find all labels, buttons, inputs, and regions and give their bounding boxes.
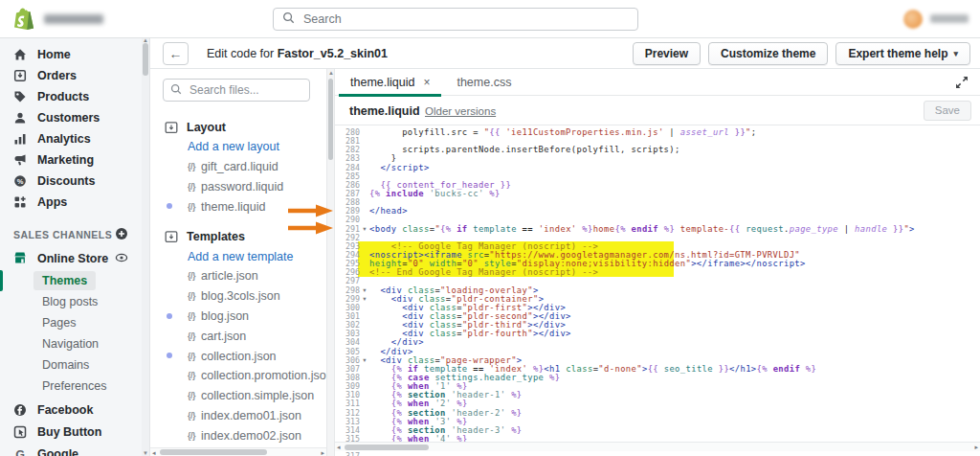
code-line[interactable]: 295height="0" width="0" style="display:n… <box>335 259 980 267</box>
file-item[interactable]: {/}index.demo01.json <box>150 406 326 426</box>
code-line[interactable]: 288 <box>335 197 980 206</box>
code-line[interactable]: 303 <div class="pldr-fourth"></div> <box>335 329 980 337</box>
code-line[interactable]: 286 {{ content_for_header }} <box>335 180 980 189</box>
sidebar-item-preferences[interactable]: Preferences <box>0 376 142 397</box>
fold-arrow-icon[interactable]: ▾ <box>360 294 369 303</box>
code-line[interactable]: 285 <box>335 171 980 180</box>
preview-button[interactable]: Preview <box>633 42 701 65</box>
back-button[interactable]: ← <box>163 42 189 65</box>
scroll-right-icon[interactable]: ▸ <box>321 448 324 456</box>
scrollbar-thumb[interactable] <box>160 449 267 455</box>
file-item[interactable]: {/}collection.promotion.json <box>150 366 326 386</box>
add-sales-channel-icon[interactable] <box>115 227 128 240</box>
code-line[interactable]: 297 <box>335 276 980 285</box>
folder-layout[interactable]: Layout <box>150 117 326 137</box>
sidebar-item-orders[interactable]: Orders <box>0 65 142 86</box>
code-line[interactable]: 310 {% section 'header-1' %} <box>335 390 980 399</box>
code-line[interactable]: 284 </script> <box>335 163 980 171</box>
file-item[interactable]: {/}collection.json <box>150 346 326 366</box>
sidebar-item-apps[interactable]: Apps <box>0 192 142 213</box>
scroll-right-icon[interactable]: ▸ <box>974 443 978 451</box>
scrollbar-thumb[interactable] <box>345 445 429 450</box>
sidebar-item-buy-button[interactable]: Buy Button <box>0 421 142 443</box>
sidebar-item-discounts[interactable]: %Discounts <box>0 171 142 192</box>
code-line[interactable]: 292 <box>335 233 980 241</box>
sidebar-item-analytics[interactable]: Analytics <box>0 128 142 149</box>
expert-theme-help-button[interactable]: Expert theme help▾ <box>835 42 970 65</box>
expand-editor-icon[interactable] <box>954 75 969 90</box>
sidebar-item-home[interactable]: Home <box>0 44 142 65</box>
code-line[interactable]: 290 <box>335 215 980 223</box>
save-button[interactable]: Save <box>924 101 971 121</box>
sidebar-item-google[interactable]: GGoogle <box>0 443 142 456</box>
scrollbar-thumb[interactable] <box>143 43 148 76</box>
file-item[interactable]: {/}cart.json <box>150 326 326 346</box>
code-line[interactable]: 301 <div class="pldr-second"></div> <box>335 311 980 320</box>
file-item[interactable]: {/}password.liquid <box>150 177 326 197</box>
code-line[interactable]: 283 } <box>335 153 980 162</box>
code-line[interactable]: 296<!-- End Google Tag Manager (noscript… <box>335 267 980 276</box>
file-item[interactable]: {/}article.json <box>150 266 326 286</box>
code-line[interactable]: 314 {% section 'header-3' %} <box>335 425 980 434</box>
add-new-layout-link[interactable]: Add a new layout <box>150 137 326 157</box>
sidebar-item-marketing[interactable]: Marketing <box>0 149 142 171</box>
global-search-input[interactable] <box>301 11 629 27</box>
code-line[interactable]: 300 <div class="pldr-first"></div> <box>335 303 980 311</box>
sidebar-item-pages[interactable]: Pages <box>0 312 142 333</box>
add-new-templates-link[interactable]: Add a new template <box>150 246 326 266</box>
code-area[interactable]: 280 polyfill.src = "{{ 'ie11CustomProper… <box>335 125 980 456</box>
view-store-eye-icon[interactable] <box>115 251 128 264</box>
code-line[interactable]: 280 polyfill.src = "{{ 'ie11CustomProper… <box>335 127 980 136</box>
file-panel-vscrollbar[interactable]: ▲ <box>326 69 335 456</box>
code-line[interactable]: 317 <box>335 451 980 456</box>
code-line[interactable]: 307 {% if template == 'index' %}<h1 clas… <box>335 364 980 373</box>
sidebar-item-themes[interactable]: Themes <box>0 270 142 291</box>
code-line[interactable]: 294<noscript><iframe src="https://www.go… <box>335 250 980 259</box>
fold-arrow-icon[interactable]: ▾ <box>360 224 369 233</box>
sidebar-item-blog-posts[interactable]: Blog posts <box>0 291 142 312</box>
scroll-up-icon[interactable]: ▲ <box>328 70 334 76</box>
editor-hscrollbar[interactable]: ◂ ▸ <box>335 442 980 451</box>
code-line[interactable]: 282 scripts.parentNode.insertBefore(poly… <box>335 145 980 153</box>
customize-theme-button[interactable]: Customize theme <box>708 42 828 65</box>
sidebar-item-customers[interactable]: Customers <box>0 107 142 128</box>
file-item[interactable]: {/}collection.simple.json <box>150 386 326 406</box>
file-item[interactable]: {/}blog.3cols.json <box>150 286 326 307</box>
scroll-left-icon[interactable]: ◂ <box>152 448 156 456</box>
scroll-left-icon[interactable]: ◂ <box>337 443 341 451</box>
shopify-logo-icon[interactable] <box>13 8 34 31</box>
user-avatar[interactable] <box>903 10 923 29</box>
file-item[interactable]: {/}index.demo02.json <box>150 425 326 445</box>
code-line[interactable]: 313 {% when '3' %} <box>335 417 980 425</box>
code-line[interactable]: 312 {% section 'header-2' %} <box>335 408 980 417</box>
file-search-input[interactable] <box>188 82 302 98</box>
sidebar-scrollbar[interactable]: ▲ ▼ <box>142 38 149 456</box>
older-versions-link[interactable]: Older versions <box>425 105 496 117</box>
tab-theme.liquid[interactable]: theme.liquid× <box>337 69 443 96</box>
code-line[interactable]: 287{% include 'bucks-cc' %} <box>335 189 980 197</box>
sidebar-item-navigation[interactable]: Navigation <box>0 333 142 354</box>
sidebar-item-products[interactable]: Products <box>0 86 142 107</box>
file-panel-hscrollbar[interactable]: ◂ ▸ <box>150 447 326 456</box>
code-line[interactable]: 298▾ <div class="loading-overlay"> <box>335 285 980 294</box>
code-line[interactable]: 304 </div> <box>335 337 980 346</box>
file-search[interactable] <box>163 79 310 102</box>
code-line[interactable]: 302 <div class="pldr-third"></div> <box>335 320 980 329</box>
sidebar-item-facebook[interactable]: Facebook <box>0 399 142 421</box>
code-line[interactable]: 309 {% when '1' %} <box>335 381 980 390</box>
close-tab-icon[interactable]: × <box>423 77 430 88</box>
file-item[interactable]: {/}blog.json <box>150 307 326 327</box>
file-item[interactable]: {/}gift_card.liquid <box>150 157 326 177</box>
fold-arrow-icon[interactable]: ▾ <box>360 355 369 364</box>
fold-arrow-icon[interactable]: ▾ <box>360 285 369 294</box>
sidebar-item-domains[interactable]: Domains <box>0 354 142 376</box>
global-search[interactable] <box>273 8 638 31</box>
code-line[interactable]: 289</head> <box>335 206 980 215</box>
scrollbar-thumb[interactable] <box>328 79 333 160</box>
code-line[interactable]: 281 <box>335 136 980 145</box>
tab-theme.css[interactable]: theme.css <box>443 69 524 96</box>
code-line[interactable]: 293 <!-- Google Tag Manager (noscript) -… <box>335 241 980 250</box>
scroll-down-icon[interactable]: ▼ <box>143 450 148 456</box>
code-line[interactable]: 305 </div> <box>335 347 980 355</box>
code-line[interactable]: 306▾ <div class="page-wrapper"> <box>335 355 980 364</box>
